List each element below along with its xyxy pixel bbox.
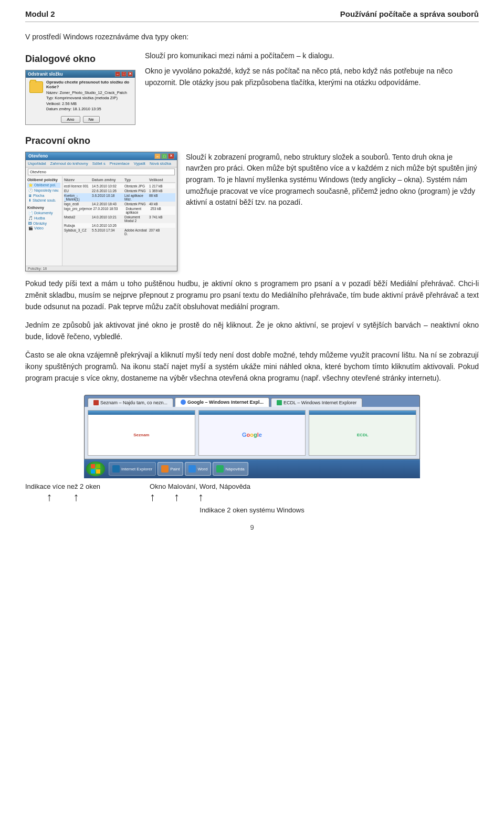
- explorer-window: Otevřeno – □ ✕ Uspořádat Zahrnout do kni…: [25, 152, 177, 271]
- dialog-minimize-btn[interactable]: –: [115, 71, 120, 77]
- sidebar-oblibene-item[interactable]: ⭐ Oblíbené pol.: [27, 183, 60, 188]
- pracovni-desc1: Slouží k zobrazení programů, nebo strukt…: [186, 152, 479, 208]
- header-module: Modul 2: [25, 9, 55, 18]
- sidebar-hudba-item[interactable]: 🎵 Hudba: [27, 216, 60, 221]
- file-type-1: Obrázek JPG: [124, 184, 148, 188]
- file-row-1[interactable]: ecdl licence 001 14.5.2010 10:02 Obrázek…: [64, 184, 175, 188]
- dialog-type-value: Komprimovaná složka (metoda ZIP): [55, 96, 118, 100]
- thumbnail-ecdl: ECDL: [309, 410, 416, 456]
- col-nazev: Název: [64, 178, 91, 182]
- file-name-6: Modul2: [64, 215, 91, 223]
- file-row-2[interactable]: EU 22.6.2010 11:26 Obrázek PNG 1 369 kB: [64, 188, 175, 193]
- folder-icon: [29, 81, 43, 93]
- arrow-group-1: Indikace více než 2 oken ↑ ↑: [25, 482, 100, 503]
- file-name-5: logo_pro_prijemce: [64, 207, 92, 214]
- toolbar-usporadat[interactable]: Uspořádat: [28, 161, 46, 166]
- sidebar-obrazky-item[interactable]: 🖼 Obrázky: [27, 221, 60, 226]
- intro-text: V prostředí Windows rozeznáváme dva typy…: [25, 32, 479, 43]
- tab-seznam-label: Seznam – Najdu tam, co nezn...: [100, 400, 167, 405]
- sidebar-stazene-item[interactable]: ⬇ Stažené soub.: [27, 198, 60, 203]
- dialog-box: Odstranit složku – □ ✕ Opravdu chcete př…: [25, 70, 135, 125]
- thumbnail-titlebar-3: [309, 411, 416, 415]
- explorer-maximize-btn[interactable]: □: [161, 153, 167, 159]
- file-name-7: Rubuja: [64, 224, 91, 227]
- indikace-vice-text: Indikace více než 2 oken: [25, 482, 100, 490]
- taskbar-ie-btn[interactable]: Internet Explorer: [109, 462, 156, 476]
- explorer-titlebar-btns: – □ ✕: [154, 153, 174, 159]
- col-datum: Datum změny: [92, 178, 123, 182]
- taskbar-help-btn[interactable]: Nápověda: [213, 462, 248, 476]
- labels-row: Indikace více než 2 oken ↑ ↑ Okno Malová…: [25, 482, 479, 503]
- file-date-1: 14.5.2010 10:02: [92, 184, 123, 188]
- file-row-4[interactable]: logo_ecdl 14.2.2010 18:43 Obrázek PNG 40…: [64, 202, 175, 206]
- file-size-1: 1 217 kB: [149, 184, 175, 188]
- toolbar-sdilet[interactable]: Sdílet s: [92, 161, 106, 166]
- sidebar-knihovny-section: Knihovny 📄 Dokumenty 🎵 Hudba 🖼 Obrázky: [27, 206, 60, 231]
- pracovni-section: Pracovní okno Otevřeno – □ ✕ Uspořádat: [25, 135, 479, 271]
- body-text-2: Jedním ze způsobů jak aktivovat jiné okn…: [25, 319, 479, 343]
- dialog-buttons: Ano Ne: [29, 116, 132, 123]
- svg-rect-0: [91, 464, 95, 468]
- dialog-date-value: 18.1.2010 13:35: [72, 107, 101, 111]
- dialog-type-label: Typ:: [46, 96, 54, 100]
- explorer-main: Název Datum změny Typ Velikost ecdl lice…: [62, 176, 177, 266]
- toolbar-zahrnout[interactable]: Zahrnout do knihovny: [50, 161, 88, 166]
- file-row-6[interactable]: Modul2 14.0.2010 10:21 Dokument Modul 2 …: [64, 215, 175, 223]
- sidebar-folder-icon-video: 🎬: [28, 226, 33, 230]
- dialog-content: Opravdu chcete přesunout tuto složku do …: [46, 80, 132, 112]
- file-name-4: logo_ecdl: [64, 202, 91, 206]
- sidebar-dokumenty-item[interactable]: 📄 Dokumenty: [27, 211, 60, 216]
- word-label: Word: [197, 467, 207, 471]
- dialog-ne-button[interactable]: Ne: [83, 116, 100, 123]
- file-type-7: [124, 224, 148, 227]
- explorer-addressbar[interactable]: Otevřeno: [28, 169, 175, 175]
- file-size-3: 88 kB: [149, 194, 175, 201]
- body-text-3: Často se ale okna vzájemně překrývají a …: [25, 349, 479, 384]
- help-label: Nápověda: [225, 467, 244, 471]
- taskbar-word-btn[interactable]: Word: [185, 462, 211, 476]
- tab-favicon-google: [181, 400, 186, 405]
- sidebar-video-item[interactable]: 🎬 Video: [27, 226, 60, 231]
- dialog-ano-button[interactable]: Ano: [61, 116, 80, 123]
- tab-ecdl[interactable]: ECDL – Windows Internet Explorer: [271, 398, 362, 407]
- sidebar-folder-icon-obrazky: 🖼: [28, 222, 32, 225]
- file-type-4: Obrázek PNG: [124, 202, 148, 206]
- header-title: Používání počítače a správa souborů: [340, 9, 479, 18]
- taskbar-section: Seznam – Najdu tam, co nezn... Google – …: [25, 395, 479, 514]
- file-type-2: Obrázek PNG: [124, 189, 148, 193]
- start-button[interactable]: [86, 461, 105, 476]
- explorer-close-btn[interactable]: ✕: [168, 153, 174, 159]
- file-row-7[interactable]: Rubuja 14.0.2010 10:26: [64, 223, 175, 228]
- file-date-7: 14.0.2010 10:26: [92, 224, 123, 227]
- explorer-toolbar: Uspořádat Zahrnout do knihovny Sdílet s …: [26, 160, 177, 167]
- explorer-minimize-btn[interactable]: –: [154, 153, 161, 159]
- file-row-8[interactable]: Sylabus_3_CZ 5.5.2010 17:34 Adobe Acroba…: [64, 228, 175, 236]
- file-row-5[interactable]: logo_pro_prijemce 27.0.2010 18:53 Dokume…: [64, 206, 175, 215]
- file-name-1: ecdl licence 001: [64, 184, 91, 188]
- tab-google[interactable]: Google – Windows Internet Expl...: [175, 397, 269, 407]
- taskbar-paint-btn[interactable]: Paint: [158, 462, 183, 476]
- ie-label: Internet Explorer: [121, 467, 152, 471]
- toolbar-prezentace[interactable]: Prezentace: [110, 161, 130, 166]
- arrow-up-1: ↑: [47, 491, 52, 503]
- file-size-7: [149, 224, 175, 227]
- ie-icon: [112, 465, 120, 473]
- sidebar-naposledy-item[interactable]: 🕐 Naposledy nav.: [27, 188, 60, 193]
- toolbar-vypalit[interactable]: Vypalit: [134, 161, 145, 166]
- header: Modul 2 Používání počítače a správa soub…: [25, 9, 479, 22]
- dialog-maximize-btn[interactable]: □: [121, 71, 127, 77]
- col-typ: Typ: [124, 178, 148, 182]
- sidebar-plocha-item[interactable]: 🖥 Plocha: [27, 193, 60, 198]
- tab-seznam[interactable]: Seznam – Najdu tam, co nezn...: [88, 398, 173, 407]
- dialog-close-btn[interactable]: ✕: [128, 71, 133, 77]
- toolbar-nova-slozka[interactable]: Nová složka: [150, 161, 171, 166]
- dialog-size-line: Velikost: 2.56 MB: [46, 101, 132, 107]
- body-text-1: Pokud tedy píši text a mám u toho puštěn…: [25, 278, 479, 313]
- taskbar-sim: Seznam – Najdu tam, co nezn... Google – …: [84, 395, 420, 478]
- taskbar-bar: Internet Explorer Paint Word Nápověda: [84, 459, 420, 478]
- sidebar-knihovny-header: Knihovny: [27, 206, 60, 209]
- file-row-3[interactable]: Kveton_-_Marek(1) 3.6.2010 10:18 List ap…: [64, 193, 175, 202]
- explorer-address-text: Otevřeno: [30, 170, 46, 174]
- sidebar-folder-icon-naposledy: 🕐: [28, 188, 33, 193]
- svg-rect-3: [96, 469, 100, 474]
